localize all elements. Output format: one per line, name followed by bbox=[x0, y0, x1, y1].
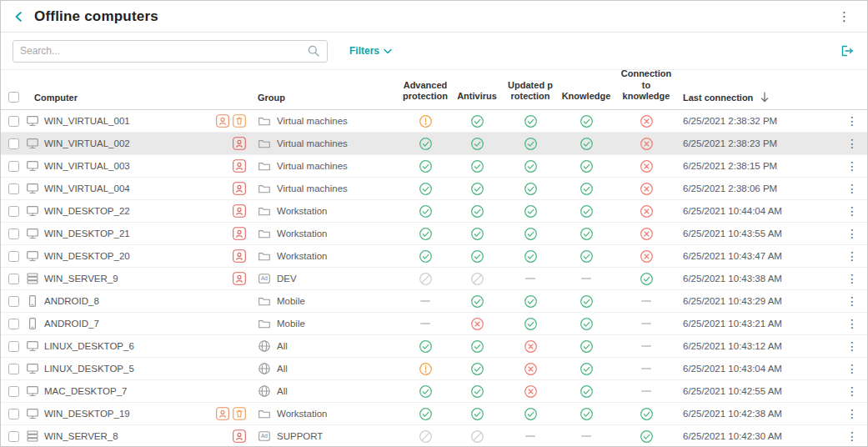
row-checkbox[interactable] bbox=[8, 138, 19, 149]
row-menu-button[interactable]: ⋮ bbox=[841, 271, 863, 286]
row-menu-button[interactable]: ⋮ bbox=[841, 113, 863, 128]
row-menu-button[interactable]: ⋮ bbox=[841, 406, 863, 421]
table-row[interactable]: LINUX_DESKTOP_5All6/25/2021 10:43:04 AM⋮ bbox=[1, 358, 867, 380]
column-header-antivirus[interactable]: Antivirus bbox=[453, 91, 501, 103]
table-row[interactable]: ANDROID_8Mobile6/25/2021 10:43:29 AM⋮ bbox=[1, 290, 867, 313]
computer-name[interactable]: WIN_SERVER_8 bbox=[44, 431, 118, 441]
column-header-connection-to-knowledge[interactable]: Connection to knowledge bbox=[613, 68, 680, 103]
table-row[interactable]: WIN_DESKTOP_20Workstation6/25/2021 10:43… bbox=[1, 245, 867, 268]
column-header-updated-protection[interactable]: Updated protection bbox=[501, 80, 559, 103]
computer-name[interactable]: WIN_VIRTUAL_004 bbox=[44, 183, 130, 193]
row-checkbox[interactable] bbox=[8, 296, 19, 307]
row-checkbox[interactable] bbox=[8, 319, 19, 329]
computer-name[interactable]: WIN_DESKTOP_21 bbox=[44, 229, 130, 239]
row-checkbox[interactable] bbox=[8, 183, 19, 194]
computer-name[interactable]: ANDROID_7 bbox=[44, 319, 99, 329]
row-menu-button[interactable]: ⋮ bbox=[841, 429, 863, 444]
status-cell bbox=[501, 384, 559, 399]
status-disabled-icon bbox=[470, 272, 484, 286]
status-cell bbox=[398, 407, 453, 421]
computer-name[interactable]: WIN_DESKTOP_22 bbox=[44, 206, 130, 216]
status-ok-icon bbox=[580, 407, 594, 421]
row-checkbox[interactable] bbox=[8, 341, 19, 352]
table-row[interactable]: WIN_VIRTUAL_003Virtual machines6/25/2021… bbox=[1, 155, 867, 178]
column-label: Knowledge bbox=[559, 91, 613, 103]
computer-name[interactable]: WIN_VIRTUAL_002 bbox=[44, 138, 130, 148]
column-header-knowledge[interactable]: Knowledge bbox=[559, 91, 613, 103]
row-checkbox[interactable] bbox=[8, 431, 19, 442]
table-row[interactable]: WIN_VIRTUAL_001Virtual machines6/25/2021… bbox=[1, 110, 867, 133]
row-checkbox[interactable] bbox=[8, 274, 19, 284]
row-checkbox[interactable] bbox=[8, 116, 19, 127]
status-ok-icon bbox=[470, 339, 484, 354]
row-checkbox[interactable] bbox=[8, 206, 19, 217]
row-checkbox[interactable] bbox=[8, 364, 19, 374]
status-cell bbox=[453, 407, 501, 421]
table-row[interactable]: WIN_VIRTUAL_004Virtual machines6/25/2021… bbox=[1, 178, 867, 200]
status-cell bbox=[559, 435, 613, 437]
row-checkbox[interactable] bbox=[8, 409, 19, 419]
computer-badges bbox=[216, 114, 246, 128]
status-none-icon bbox=[641, 390, 651, 392]
filters-button[interactable]: Filters bbox=[349, 45, 392, 57]
menu-cell: ⋮ bbox=[837, 158, 867, 173]
row-menu-button[interactable]: ⋮ bbox=[841, 136, 863, 151]
column-header-last-connection[interactable]: Last connection bbox=[680, 92, 837, 103]
row-menu-button[interactable]: ⋮ bbox=[841, 384, 863, 399]
table-row[interactable]: WIN_VIRTUAL_002Virtual machines6/25/2021… bbox=[1, 133, 867, 155]
row-checkbox[interactable] bbox=[8, 251, 19, 262]
status-cell bbox=[453, 182, 501, 196]
computer-name[interactable]: WIN_VIRTUAL_001 bbox=[44, 116, 130, 126]
back-button[interactable] bbox=[13, 10, 26, 23]
computer-name[interactable]: ANDROID_8 bbox=[44, 296, 99, 306]
status-cell bbox=[398, 339, 453, 354]
desktop-icon bbox=[26, 384, 39, 398]
column-header-advanced-protection[interactable]: Advanced protection bbox=[398, 80, 453, 103]
table-row[interactable]: WIN_SERVER_8AdSUPPORT6/25/2021 10:42:30 … bbox=[1, 425, 867, 446]
row-menu-button[interactable]: ⋮ bbox=[841, 249, 863, 264]
status-error-icon bbox=[640, 159, 654, 173]
column-header-group[interactable]: Group bbox=[249, 93, 398, 103]
computer-name[interactable]: LINUX_DESKTOP_5 bbox=[44, 364, 134, 374]
computer-name[interactable]: LINUX_DESKTOP_6 bbox=[44, 341, 134, 351]
group-cell: All bbox=[249, 339, 398, 353]
table-row[interactable]: ANDROID_7Mobile6/25/2021 10:43:21 AM⋮ bbox=[1, 313, 867, 335]
table-row[interactable]: LINUX_DESKTOP_6All6/25/2021 10:43:12 AM⋮ bbox=[1, 335, 867, 358]
table-row[interactable]: MAC_DESKTOP_7All6/25/2021 10:42:55 AM⋮ bbox=[1, 380, 867, 403]
computer-name[interactable]: WIN_DESKTOP_20 bbox=[44, 251, 130, 261]
sort-descending-icon[interactable] bbox=[760, 92, 769, 103]
menu-cell: ⋮ bbox=[837, 429, 867, 444]
status-none-icon bbox=[641, 345, 651, 347]
table-row[interactable]: WIN_SERVER_9AdDEV6/25/2021 10:43:38 AM⋮ bbox=[1, 268, 867, 290]
column-header-computer[interactable]: Computer bbox=[26, 93, 249, 103]
group-cell: Mobile bbox=[249, 294, 398, 308]
search-box[interactable] bbox=[13, 40, 328, 63]
page-menu-button[interactable]: ⋮ bbox=[833, 8, 855, 24]
row-menu-button[interactable]: ⋮ bbox=[841, 316, 863, 331]
computer-name[interactable]: WIN_SERVER_9 bbox=[44, 274, 118, 284]
table-row[interactable]: WIN_DESKTOP_21Workstation6/25/2021 10:43… bbox=[1, 223, 867, 245]
computer-badges bbox=[216, 407, 246, 420]
computer-name[interactable]: WIN_VIRTUAL_003 bbox=[44, 161, 130, 171]
row-menu-button[interactable]: ⋮ bbox=[841, 339, 863, 354]
row-checkbox[interactable] bbox=[8, 386, 19, 397]
row-menu-button[interactable]: ⋮ bbox=[841, 158, 863, 173]
row-menu-button[interactable]: ⋮ bbox=[841, 294, 863, 309]
export-button[interactable] bbox=[839, 43, 855, 59]
row-checkbox[interactable] bbox=[8, 161, 19, 172]
row-menu-button[interactable]: ⋮ bbox=[841, 226, 863, 241]
table-row[interactable]: WIN_DESKTOP_19Workstation6/25/2021 10:42… bbox=[1, 403, 867, 425]
row-menu-button[interactable]: ⋮ bbox=[841, 181, 863, 196]
folder-icon bbox=[258, 294, 271, 308]
computer-name[interactable]: MAC_DESKTOP_7 bbox=[44, 386, 128, 396]
page-title: Offline computers bbox=[34, 8, 158, 25]
row-menu-button[interactable]: ⋮ bbox=[841, 203, 863, 218]
table-row[interactable]: WIN_DESKTOP_22Workstation6/25/2021 10:44… bbox=[1, 200, 867, 223]
search-input[interactable] bbox=[20, 45, 307, 57]
row-checkbox[interactable] bbox=[8, 229, 19, 239]
select-all-checkbox[interactable] bbox=[8, 92, 19, 103]
computer-name[interactable]: WIN_DESKTOP_19 bbox=[44, 409, 130, 419]
row-menu-button[interactable]: ⋮ bbox=[841, 361, 863, 376]
checkbox-cell bbox=[1, 386, 26, 397]
menu-cell: ⋮ bbox=[837, 113, 867, 128]
